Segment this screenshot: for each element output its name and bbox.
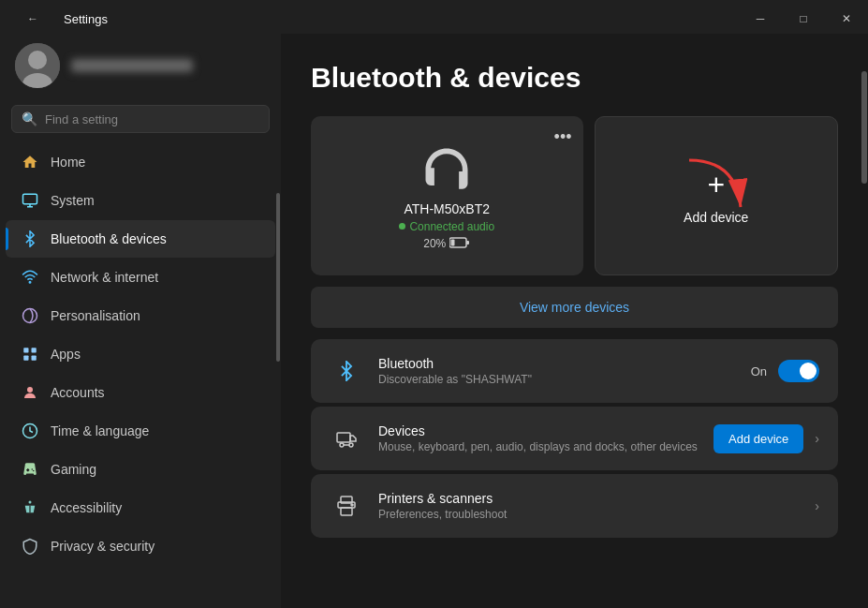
add-device-card[interactable]: + Add device [595, 116, 839, 275]
headphone-icon [419, 141, 475, 201]
titlebar-left: ← Settings [11, 2, 108, 36]
devices-row-icon [330, 422, 363, 455]
sidebar-item-privacy[interactable]: Privacy & security [6, 527, 275, 565]
close-button[interactable]: ✕ [825, 2, 868, 36]
sidebar-label-bluetooth: Bluetooth & devices [51, 231, 167, 246]
time-icon [21, 422, 39, 440]
svg-point-9 [27, 387, 33, 393]
main-content: Bluetooth & devices ••• ATH-M50xBT2 Conn… [281, 34, 868, 608]
user-name [71, 59, 193, 72]
sidebar-label-system: System [51, 193, 95, 208]
svg-point-13 [32, 468, 34, 470]
network-icon [21, 268, 39, 287]
card-menu-icon[interactable]: ••• [554, 127, 572, 147]
bluetooth-row-right: On [751, 360, 819, 382]
device-battery: 20% [423, 237, 470, 251]
sidebar-scrollbar-thumb [276, 193, 280, 362]
svg-rect-8 [32, 356, 37, 361]
sidebar-label-accessibility: Accessibility [51, 500, 122, 515]
bluetooth-row-subtitle: Discoverable as "SHASHWAT" [378, 373, 736, 386]
devices-row-subtitle: Mouse, keyboard, pen, audio, displays an… [378, 440, 699, 453]
sidebar-item-system[interactable]: System [6, 182, 275, 219]
sidebar-label-privacy: Privacy & security [51, 539, 154, 554]
printers-row-icon [330, 489, 363, 523]
device-status: Connected audio [399, 220, 494, 233]
sidebar-item-accessibility[interactable]: Accessibility [6, 489, 275, 526]
accounts-icon [21, 383, 39, 402]
devices-add-button[interactable]: Add device [714, 424, 803, 453]
status-dot [399, 223, 405, 230]
search-input[interactable] [45, 112, 259, 126]
sidebar-item-home[interactable]: Home [6, 143, 275, 181]
view-more-button[interactable]: View more devices [311, 287, 838, 328]
sidebar-label-apps: Apps [51, 347, 81, 362]
printers-row-text: Printers & scanners Preferences, trouble… [378, 491, 800, 521]
headphone-device-card[interactable]: ••• ATH-M50xBT2 Connected audio 20% [311, 116, 583, 275]
bluetooth-icon [21, 230, 39, 248]
minimize-button[interactable]: ─ [739, 2, 782, 36]
user-profile [0, 34, 281, 101]
main-scrollbar-track [861, 34, 868, 608]
nav-list: Home System Bluetooth & devices [0, 142, 281, 608]
system-icon [21, 191, 39, 210]
sidebar-label-network: Network & internet [51, 270, 158, 285]
personalisation-icon [21, 306, 39, 325]
avatar[interactable] [15, 43, 60, 88]
svg-point-27 [351, 504, 353, 506]
search-box[interactable]: 🔍 [11, 105, 270, 133]
page-title: Bluetooth & devices [311, 62, 838, 94]
devices-row-title: Devices [378, 423, 699, 438]
sidebar: 🔍 Home System [0, 34, 281, 608]
sidebar-item-accounts[interactable]: Accounts [6, 374, 275, 411]
sidebar-item-personalisation[interactable]: Personalisation [6, 297, 275, 334]
privacy-icon [21, 537, 39, 556]
svg-rect-6 [32, 348, 37, 352]
titlebar-controls: ─ □ ✕ [739, 2, 868, 36]
sidebar-item-apps[interactable]: Apps [6, 335, 275, 373]
sidebar-label-gaming: Gaming [51, 462, 96, 477]
devices-settings-row[interactable]: Devices Mouse, keyboard, pen, audio, dis… [311, 407, 838, 470]
accessibility-icon [21, 498, 39, 517]
back-button[interactable]: ← [11, 2, 54, 36]
toggle-thumb [800, 363, 817, 379]
bluetooth-toggle[interactable] [778, 360, 819, 382]
devices-row-right: Add device › [714, 424, 819, 453]
bluetooth-row-title: Bluetooth [378, 356, 736, 371]
svg-point-14 [33, 470, 35, 472]
app-body: 🔍 Home System [0, 34, 868, 608]
svg-point-4 [29, 282, 31, 284]
svg-rect-19 [466, 241, 469, 245]
sidebar-item-time[interactable]: Time & language [6, 412, 275, 450]
sidebar-item-network[interactable]: Network & internet [6, 259, 275, 296]
printers-row-right: › [815, 498, 819, 513]
device-cards: ••• ATH-M50xBT2 Connected audio 20% [311, 116, 838, 275]
svg-point-23 [349, 443, 353, 447]
device-name: ATH-M50xBT2 [404, 201, 490, 216]
gaming-icon [21, 460, 39, 479]
apps-icon [21, 345, 39, 363]
add-plus-icon: + [707, 168, 725, 202]
app-title: Settings [64, 12, 108, 26]
bluetooth-toggle-label: On [751, 364, 767, 378]
devices-row-text: Devices Mouse, keyboard, pen, audio, dis… [378, 423, 699, 453]
add-device-label: Add device [684, 210, 748, 225]
search-icon: 🔍 [22, 111, 37, 126]
sidebar-label-home: Home [51, 155, 85, 170]
svg-point-15 [29, 501, 32, 504]
bluetooth-settings-row[interactable]: Bluetooth Discoverable as "SHASHWAT" On [311, 339, 838, 403]
titlebar: ← Settings ─ □ ✕ [0, 0, 868, 34]
printers-settings-row[interactable]: Printers & scanners Preferences, trouble… [311, 474, 838, 538]
sidebar-item-gaming[interactable]: Gaming [6, 451, 275, 488]
svg-rect-21 [337, 433, 350, 442]
maximize-button[interactable]: □ [782, 2, 825, 36]
svg-point-1 [28, 51, 47, 69]
devices-chevron-icon: › [815, 431, 819, 446]
bluetooth-row-text: Bluetooth Discoverable as "SHASHWAT" [378, 356, 736, 386]
svg-rect-26 [341, 508, 352, 515]
svg-point-22 [340, 443, 344, 447]
sidebar-label-time: Time & language [51, 423, 149, 438]
sidebar-item-bluetooth[interactable]: Bluetooth & devices [6, 220, 275, 258]
sidebar-label-accounts: Accounts [51, 385, 105, 400]
battery-icon [449, 237, 470, 251]
home-icon [21, 153, 39, 171]
